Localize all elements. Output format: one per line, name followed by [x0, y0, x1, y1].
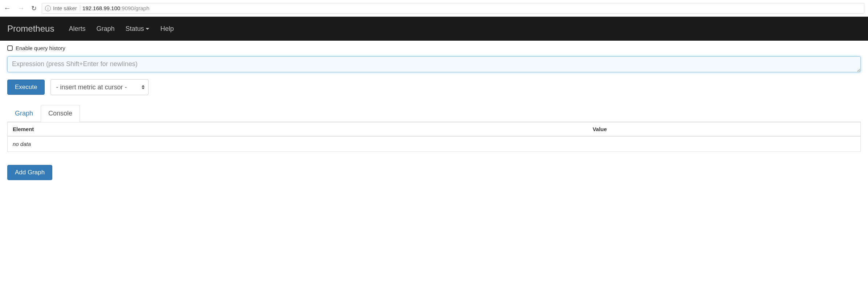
query-history-label: Enable query history [16, 45, 65, 51]
back-button[interactable]: ← [4, 4, 11, 12]
expression-input[interactable] [7, 56, 861, 72]
result-table: Element Value no data [8, 122, 860, 151]
metric-select[interactable]: - insert metric at cursor - [50, 79, 149, 95]
url-path: :9090/graph [120, 5, 149, 11]
reload-button[interactable]: ↻ [31, 4, 37, 12]
nav-alerts[interactable]: Alerts [69, 25, 85, 33]
col-value: Value [588, 122, 860, 137]
nav-status[interactable]: Status [125, 25, 149, 33]
chevron-down-icon [146, 28, 149, 30]
add-graph-button[interactable]: Add Graph [7, 165, 52, 180]
address-bar[interactable]: i Inte säker 192.168.99.100:9090/graph [42, 3, 864, 14]
nav-help[interactable]: Help [160, 25, 174, 33]
query-history-toggle[interactable]: Enable query history [7, 45, 861, 51]
nav-graph[interactable]: Graph [96, 25, 114, 33]
select-arrows-icon [142, 85, 145, 89]
app-navbar: Prometheus Alerts Graph Status Help [0, 17, 868, 41]
info-icon[interactable]: i [45, 5, 51, 11]
brand[interactable]: Prometheus [7, 24, 54, 34]
tab-console[interactable]: Console [41, 105, 80, 122]
url-text: 192.168.99.100:9090/graph [82, 5, 149, 11]
security-status: Inte säker [53, 5, 80, 11]
nav-status-label: Status [125, 25, 144, 33]
browser-toolbar: ← → ↻ i Inte säker 192.168.99.100:9090/g… [0, 0, 868, 17]
metric-select-value: - insert metric at cursor - [56, 84, 127, 91]
empty-message: no data [8, 136, 860, 151]
tab-graph[interactable]: Graph [7, 105, 41, 122]
result-panel: Element Value no data [7, 122, 861, 152]
checkbox-icon[interactable] [7, 45, 13, 51]
table-row: no data [8, 136, 860, 151]
main-container: Enable query history Execute - insert me… [0, 41, 868, 195]
execute-button[interactable]: Execute [7, 80, 45, 95]
forward-button: → [17, 4, 25, 12]
add-graph-row: Add Graph [7, 165, 861, 180]
nav-arrow-group: ← → ↻ [4, 4, 37, 12]
controls-row: Execute - insert metric at cursor - [7, 79, 861, 95]
result-tabs: Graph Console [7, 105, 861, 122]
col-element: Element [8, 122, 588, 137]
url-host: 192.168.99.100 [82, 5, 120, 11]
